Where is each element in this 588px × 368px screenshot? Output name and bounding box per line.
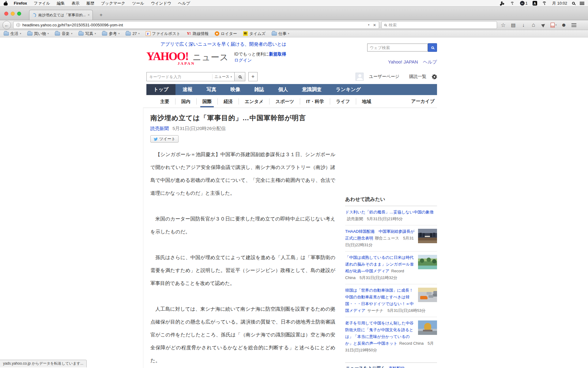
- category-economy[interactable]: 経済: [217, 98, 239, 105]
- news-thumbnail-trees[interactable]: [418, 255, 437, 269]
- paid-news-link[interactable]: 有料配信: [389, 366, 405, 368]
- news-search-box[interactable]: ニュース▾: [146, 72, 235, 81]
- related-news-item[interactable]: 韓国は「世界の自動車強国」に成長！ 中国の自動車産業が鑑とすべきは韓国・・・日本…: [345, 284, 437, 317]
- nav-tab-photo[interactable]: 写真: [199, 84, 223, 95]
- nav-tab-personal[interactable]: 個人: [271, 84, 295, 95]
- news-thumbnail-cars[interactable]: [418, 288, 437, 302]
- menubar-item-view[interactable]: 表示: [72, 1, 80, 6]
- bookmark-transit[interactable]: Y!路線情報: [187, 31, 209, 36]
- nav-tab-video[interactable]: 映像: [223, 84, 247, 95]
- category-local[interactable]: 地域: [356, 98, 377, 105]
- site-identity-icon[interactable]: [16, 23, 20, 27]
- signup-link[interactable]: 新規取得: [269, 52, 286, 56]
- menubar-item-edit[interactable]: 編集: [57, 1, 65, 6]
- related-news-item[interactable]: 老子を引用して中国をけん制した中谷防衛大臣に「鬼子が中国文化を語るとは」「本当に…: [345, 317, 437, 356]
- spotlight-icon[interactable]: [572, 2, 575, 5]
- reading-list-icon[interactable]: ▤: [509, 22, 517, 28]
- category-domestic[interactable]: 国内: [175, 98, 196, 105]
- input-method-icon[interactable]: A: [533, 1, 537, 6]
- notification-center-icon[interactable]: [580, 2, 584, 5]
- creative-cloud-icon[interactable]: ∞: [520, 1, 525, 6]
- bookmark-folder-photo[interactable]: 写真▾: [78, 31, 96, 36]
- publish-date: 5月31日(日)20時26分配信: [172, 126, 225, 131]
- nav-tab-magazine[interactable]: 雑誌: [247, 84, 271, 95]
- close-window-button[interactable]: [4, 12, 8, 16]
- category-it-science[interactable]: IT・科学: [300, 98, 330, 105]
- new-tab-button[interactable]: +: [97, 12, 105, 18]
- related-news-item[interactable]: THAAD韓国配備 中国軍副総参謀長が正式に懸念表明聯合ニュース 5月31日(日…: [345, 225, 437, 251]
- category-entertainment[interactable]: エンタメ: [239, 98, 269, 105]
- yahoo-japan-link[interactable]: Yahoo! JAPAN: [388, 59, 418, 65]
- source-link[interactable]: 読売新聞: [150, 126, 169, 131]
- tweet-button[interactable]: ツイート: [150, 135, 179, 143]
- bookmark-folder-work[interactable]: 仕事▾: [272, 31, 289, 36]
- zoom-window-button[interactable]: [17, 12, 21, 16]
- news-search-input[interactable]: [149, 75, 212, 79]
- web-search-button[interactable]: [428, 43, 437, 52]
- menubar-item-bookmarks[interactable]: ブックマーク: [101, 1, 126, 6]
- avatar[interactable]: [356, 73, 364, 81]
- chat-addon-icon[interactable]: ☻: [560, 22, 568, 28]
- bookmark-folder-shopping[interactable]: 買い物▾: [27, 31, 49, 36]
- url-bar[interactable]: headlines.yahoo.co.jp/hl?a=20150531-0005…: [13, 21, 379, 29]
- pdf-addon-icon[interactable]: PDF ▾: [550, 23, 558, 28]
- news-search-button[interactable]: [234, 72, 245, 81]
- wireless-device-icon[interactable]: [510, 2, 514, 5]
- folder-icon: [27, 32, 32, 36]
- menubar-item-file[interactable]: ファイル: [34, 1, 50, 6]
- menubar-item-help[interactable]: ヘルプ: [178, 1, 190, 6]
- menu-hamburger-icon[interactable]: [570, 23, 578, 27]
- menubar-item-tools[interactable]: ツール: [132, 1, 144, 6]
- related-news-title: あわせて読みたい: [345, 196, 437, 206]
- yahoo-logo[interactable]: YAHOO! JAPAN: [146, 51, 188, 62]
- related-news-link[interactable]: ドス利いた「鉄の艦長」…妥協しない中国の象徴: [345, 210, 434, 214]
- category-major[interactable]: 主要: [154, 98, 175, 105]
- news-thumbnail-meeting[interactable]: [418, 229, 437, 243]
- search-scope-dropdown[interactable]: ニュース▾: [212, 74, 232, 79]
- menubar-clock[interactable]: 月 10:02: [552, 1, 567, 6]
- menubar-item-history[interactable]: 履歴: [86, 1, 94, 6]
- related-news-item[interactable]: ドス利いた「鉄の艦長」…妥協しない中国の象徴読売新聞 5月31日(日)21時5分: [345, 206, 437, 225]
- stop-loading-icon[interactable]: ✕: [373, 23, 376, 27]
- bookmark-folder-life[interactable]: 生活▾: [4, 31, 21, 36]
- downloads-icon[interactable]: ↓: [519, 22, 527, 28]
- minimize-window-button[interactable]: [11, 12, 15, 16]
- gear-icon[interactable]: [432, 74, 437, 79]
- add-search-button[interactable]: +: [248, 72, 258, 81]
- bookmark-folder-27[interactable]: 27▾: [126, 31, 139, 36]
- bookmark-folder-reference[interactable]: 参考▾: [102, 31, 119, 36]
- userpage-link[interactable]: ユーザーページ: [369, 74, 399, 79]
- web-search-input[interactable]: [367, 44, 428, 52]
- url-dropdown-icon[interactable]: ▼: [368, 24, 370, 26]
- subscription-link[interactable]: 購読一覧: [409, 74, 426, 79]
- send-tab-icon[interactable]: [540, 23, 548, 27]
- help-link[interactable]: ヘルプ: [423, 59, 437, 65]
- bookmark-times[interactable]: 時タイムズ: [243, 31, 266, 36]
- login-link[interactable]: ログイン: [234, 58, 252, 63]
- nav-tab-poll[interactable]: 意識調査: [295, 84, 329, 95]
- category-sports[interactable]: スポーツ: [269, 98, 300, 105]
- news-thumbnail-statue[interactable]: [418, 320, 437, 335]
- dropbox-icon[interactable]: [500, 1, 505, 6]
- nav-tab-ranking[interactable]: ランキング: [329, 84, 368, 95]
- bookmark-reuters[interactable]: ロイター: [215, 31, 237, 36]
- category-life[interactable]: ライフ: [330, 98, 356, 105]
- nav-tab-flash[interactable]: 速報: [175, 84, 199, 95]
- category-international[interactable]: 国際: [196, 98, 217, 105]
- wifi-icon[interactable]: [542, 1, 547, 5]
- nav-tab-top[interactable]: トップ: [146, 84, 175, 95]
- bookmark-filepost[interactable]: Fファイルポスト: [146, 31, 180, 36]
- apple-menu-icon[interactable]: [4, 1, 8, 6]
- menubar-app-name[interactable]: Firefox: [14, 1, 27, 6]
- browser-tab[interactable]: 南沙埋め立ては「軍事目的... ×: [29, 10, 93, 20]
- home-icon[interactable]: ⌂: [530, 22, 537, 28]
- browser-status-bar: yads.yahoo.co.jp からデータを転送しています...: [0, 360, 87, 367]
- back-button[interactable]: ←: [2, 21, 11, 29]
- archive-link[interactable]: アーカイブ: [411, 98, 437, 104]
- tab-close-icon[interactable]: ×: [88, 13, 90, 17]
- menubar-item-window[interactable]: ウインドウ: [151, 1, 172, 6]
- bookmark-folder-music[interactable]: 音楽▾: [55, 31, 72, 36]
- browser-search-field[interactable]: 検索: [381, 21, 497, 29]
- related-news-item[interactable]: 「中国は成熟しているのに日米は時代遅れの脳みそのまま」シンガポール首相が叱責―中…: [345, 251, 437, 284]
- bookmark-star-icon[interactable]: ☆: [499, 22, 507, 29]
